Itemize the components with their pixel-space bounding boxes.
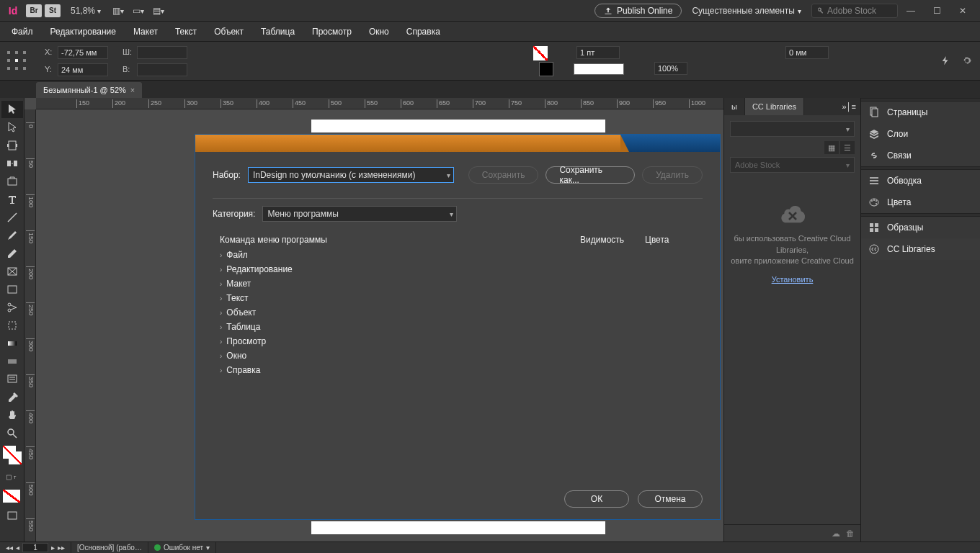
workspace-switcher[interactable]: Существенные элементы <box>692 6 801 16</box>
cancel-button[interactable]: Отмена <box>638 490 703 508</box>
window-maximize[interactable]: ☐ <box>924 1 950 21</box>
cc-stock-search[interactable]: Adobe Stock <box>730 157 855 173</box>
type-tool[interactable] <box>1 191 23 208</box>
document-tab[interactable]: Безымянный-1 @ 52% × <box>36 82 142 98</box>
menu-text[interactable]: Текст <box>166 24 205 40</box>
scissors-tool[interactable] <box>1 299 23 316</box>
panel-pages[interactable]: Страницы <box>861 102 980 123</box>
menu-object[interactable]: Объект <box>205 24 252 40</box>
menu-layout[interactable]: Макет <box>125 24 166 40</box>
pen-tool[interactable] <box>1 227 23 244</box>
cc-library-dropdown[interactable] <box>730 121 855 137</box>
tree-item[interactable]: ›Окно <box>213 349 703 363</box>
master-readout[interactable]: [Основной] (рабо… <box>71 542 148 553</box>
rectangle-tool[interactable] <box>1 281 23 298</box>
flash-icon[interactable] <box>938 53 953 68</box>
hand-tool[interactable] <box>1 407 23 424</box>
w-field[interactable] <box>137 46 187 59</box>
cc-panel-menu-icon[interactable]: »│≡ <box>838 98 860 115</box>
close-tab-icon[interactable]: × <box>130 86 135 94</box>
window-close[interactable]: ✕ <box>950 1 976 21</box>
screen-mode-icon[interactable]: ▭ <box>130 4 147 18</box>
preflight-status[interactable]: Ошибок нет <box>148 542 216 553</box>
cc-grid-view-icon[interactable]: ▦ <box>824 141 839 154</box>
category-dropdown[interactable]: Меню программы <box>262 206 457 222</box>
panel-cc-libraries[interactable]: CC Libraries <box>861 238 980 260</box>
bridge-button[interactable]: Br <box>26 4 42 17</box>
arrange-icon[interactable]: ▤ <box>150 4 167 18</box>
page-nav[interactable]: ◂◂◂ ▸▸▸ <box>0 542 71 553</box>
panel-stroke[interactable]: Обводка <box>861 170 980 192</box>
pencil-tool[interactable] <box>1 245 23 262</box>
content-collector-tool[interactable] <box>1 173 23 190</box>
h-field[interactable] <box>137 63 187 76</box>
tree-item[interactable]: ›Просмотр <box>213 334 703 349</box>
gap-tool[interactable] <box>1 155 23 172</box>
cc-cloud-sync-icon[interactable]: ☁ <box>832 529 840 539</box>
adobe-stock-search[interactable]: Adobe Stock <box>811 4 898 18</box>
ok-button[interactable]: ОК <box>564 490 629 508</box>
window-minimize[interactable]: — <box>898 1 924 21</box>
ruler-vertical[interactable]: 0 50 100 150 200 250 300 350 400 450 500… <box>24 109 36 541</box>
page-tool[interactable] <box>1 137 23 154</box>
cc-list-view-icon[interactable]: ☰ <box>840 141 855 154</box>
panel-color[interactable]: Цвета <box>861 192 980 213</box>
gradient-swatch-tool[interactable] <box>1 335 23 352</box>
dialog-titlebar[interactable] <box>195 135 720 152</box>
reference-point-icon[interactable] <box>4 46 29 75</box>
direct-selection-tool[interactable] <box>1 119 23 136</box>
stock-button[interactable]: St <box>45 4 61 17</box>
gear-icon[interactable] <box>960 53 974 68</box>
page-number-input[interactable] <box>22 543 48 552</box>
menu-edit[interactable]: Редактирование <box>42 24 125 40</box>
zoom-field[interactable]: 100% <box>654 62 687 75</box>
cc-tab-libraries[interactable]: CC Libraries <box>745 98 804 115</box>
x-field[interactable]: -72,75 мм <box>58 46 108 59</box>
dialog-command-list[interactable]: ›Файл ›Редактирование ›Макет ›Текст ›Объ… <box>213 248 703 480</box>
cc-install-link[interactable]: Установить <box>730 274 855 285</box>
panel-swatches[interactable]: Образцы <box>861 217 980 238</box>
save-as-button[interactable]: Сохранить как... <box>545 166 635 184</box>
tree-item[interactable]: ›Таблица <box>213 320 703 334</box>
cc-tab-other[interactable]: ы <box>724 98 745 115</box>
menu-table[interactable]: Таблица <box>252 24 303 40</box>
zoom-readout[interactable]: 51,8% <box>71 6 101 16</box>
cc-trash-icon[interactable]: 🗑 <box>846 529 855 539</box>
tree-item[interactable]: ›Текст <box>213 291 703 305</box>
tree-item[interactable]: ›Объект <box>213 305 703 320</box>
note-tool[interactable] <box>1 371 23 388</box>
stroke-style[interactable] <box>574 63 624 75</box>
menu-window[interactable]: Окно <box>360 24 398 40</box>
stroke-weight-field[interactable]: 1 пт <box>576 46 620 59</box>
y-field[interactable]: 24 мм <box>58 63 108 76</box>
rectangle-frame-tool[interactable] <box>1 263 23 280</box>
container-format-toggle[interactable]: T <box>1 469 23 486</box>
zoom-tool[interactable] <box>1 425 23 442</box>
eyedropper-tool[interactable] <box>1 389 23 406</box>
layers-icon <box>868 128 880 140</box>
panel-layers[interactable]: Слои <box>861 123 980 145</box>
free-transform-tool[interactable] <box>1 317 23 334</box>
menu-file[interactable]: Файл <box>3 24 42 40</box>
tree-item[interactable]: ›Справка <box>213 363 703 377</box>
publish-online-button[interactable]: Publish Online <box>594 4 682 18</box>
tree-item[interactable]: ›Редактирование <box>213 262 703 276</box>
screen-mode-tool[interactable] <box>1 507 23 524</box>
tree-item[interactable]: ›Файл <box>213 248 703 262</box>
apply-none[interactable] <box>3 490 22 504</box>
svg-point-23 <box>8 429 14 435</box>
view-mode-icon[interactable]: ▥ <box>110 4 127 18</box>
menu-help[interactable]: Справка <box>398 24 449 40</box>
selection-tool[interactable] <box>1 101 23 118</box>
menu-view[interactable]: Просмотр <box>303 24 360 40</box>
fill-stroke-swatches[interactable] <box>3 446 22 464</box>
gradient-feather-tool[interactable] <box>1 353 23 370</box>
fill-swatch-black[interactable] <box>539 62 553 76</box>
set-dropdown[interactable]: InDesign по умолчанию (с изменениями) <box>248 167 454 183</box>
gap-field[interactable]: 0 мм <box>785 46 829 59</box>
panel-links[interactable]: Связи <box>861 145 980 166</box>
fill-swatch-none[interactable] <box>533 46 548 60</box>
col-color: Цвета <box>645 235 695 245</box>
line-tool[interactable] <box>1 209 23 226</box>
tree-item[interactable]: ›Макет <box>213 276 703 291</box>
